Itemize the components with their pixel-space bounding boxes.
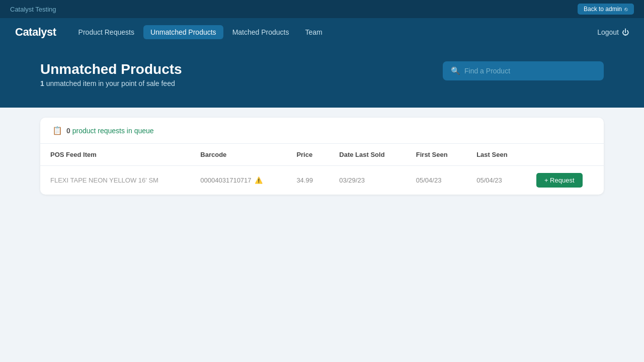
page-title: Unmatched Products bbox=[40, 61, 182, 77]
col-last-seen: Last Seen bbox=[466, 144, 526, 166]
col-pos-feed-item: POS Feed Item bbox=[40, 144, 190, 166]
topbar-title: Catalyst Testing bbox=[10, 6, 56, 13]
products-table: POS Feed Item Barcode Price Date Last So… bbox=[40, 144, 604, 195]
request-button[interactable]: + Request bbox=[536, 173, 583, 188]
col-barcode: Barcode bbox=[190, 144, 286, 166]
bottom-area bbox=[0, 205, 644, 362]
navbar-left: Catalyst Product Requests Unmatched Prod… bbox=[15, 25, 330, 39]
table-header: POS Feed Item Barcode Price Date Last So… bbox=[40, 144, 604, 166]
search-input[interactable] bbox=[464, 67, 596, 75]
cell-barcode: 00004031710717 ⚠️ bbox=[190, 166, 286, 195]
logout-label: Logout bbox=[597, 28, 619, 36]
navbar: Catalyst Product Requests Unmatched Prod… bbox=[0, 18, 644, 46]
logout-button[interactable]: Logout ⏻ bbox=[597, 28, 629, 36]
main-content-header: Unmatched Products 1 unmatched item in y… bbox=[0, 46, 644, 108]
warning-icon: ⚠️ bbox=[255, 176, 263, 184]
external-link-icon: ⎋ bbox=[624, 6, 628, 12]
cell-price: 34.99 bbox=[286, 166, 329, 195]
brand-logo: Catalyst bbox=[15, 26, 56, 39]
table-body: FLEXI TAPE NEON YELLOW 16' SM 0000403171… bbox=[40, 166, 604, 195]
logout-icon: ⏻ bbox=[622, 28, 629, 36]
unmatched-count: 1 bbox=[40, 79, 44, 87]
queue-icon: 📋 bbox=[52, 126, 62, 135]
topbar: Catalyst Testing Back to admin ⎋ bbox=[0, 0, 644, 18]
nav-unmatched-products[interactable]: Unmatched Products bbox=[143, 25, 223, 39]
nav-matched-products[interactable]: Matched Products bbox=[225, 25, 296, 39]
queue-banner: 📋 0 product requests in queue bbox=[40, 118, 604, 144]
cell-date-last-sold: 03/29/23 bbox=[329, 166, 406, 195]
search-box[interactable]: 🔍 bbox=[443, 61, 604, 80]
back-to-admin-button[interactable]: Back to admin ⎋ bbox=[578, 4, 634, 15]
cell-pos-feed-item: FLEXI TAPE NEON YELLOW 16' SM bbox=[40, 166, 190, 195]
cell-first-seen: 05/04/23 bbox=[406, 166, 466, 195]
nav-team[interactable]: Team bbox=[298, 25, 329, 39]
table-row: FLEXI TAPE NEON YELLOW 16' SM 0000403171… bbox=[40, 166, 604, 195]
back-to-admin-label: Back to admin bbox=[584, 6, 622, 13]
col-date-last-sold: Date Last Sold bbox=[329, 144, 406, 166]
cell-action: + Request bbox=[526, 166, 604, 195]
nav-links: Product Requests Unmatched Products Matc… bbox=[71, 25, 330, 39]
search-icon: 🔍 bbox=[451, 66, 460, 75]
col-price: Price bbox=[286, 144, 329, 166]
barcode-value: 00004031710717 bbox=[200, 176, 251, 184]
col-action bbox=[526, 144, 604, 166]
subtitle-text: unmatched item in your point of sale fee… bbox=[44, 79, 175, 87]
nav-product-requests[interactable]: Product Requests bbox=[71, 25, 141, 39]
col-first-seen: First Seen bbox=[406, 144, 466, 166]
queue-link[interactable]: product requests in queue bbox=[72, 127, 154, 135]
page-subtitle: 1 unmatched item in your point of sale f… bbox=[40, 79, 182, 87]
queue-text: 0 product requests in queue bbox=[66, 127, 154, 135]
queue-count: 0 bbox=[66, 127, 70, 135]
page-header: Unmatched Products 1 unmatched item in y… bbox=[40, 61, 604, 87]
table-container: 📋 0 product requests in queue POS Feed I… bbox=[40, 118, 604, 195]
cell-last-seen: 05/04/23 bbox=[466, 166, 526, 195]
page-title-block: Unmatched Products 1 unmatched item in y… bbox=[40, 61, 182, 87]
